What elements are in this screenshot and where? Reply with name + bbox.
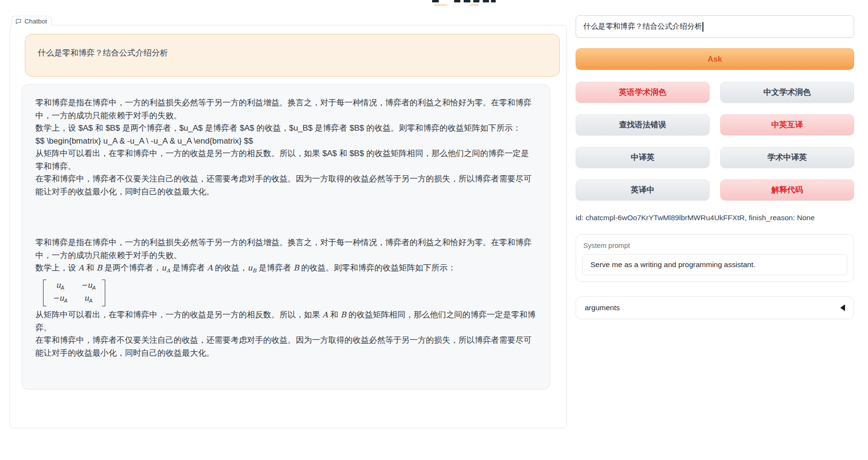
chatbot-panel-label: Chatbot [11, 16, 52, 26]
arguments-accordion-label: arguments [585, 303, 620, 312]
btn-explain-code[interactable]: 解释代码 [720, 180, 854, 201]
control-column: 什么是零和博弈？结合公式介绍分析 Ask 英语学术润色 中文学术润色 查找语法错… [576, 10, 854, 319]
bot-paragraph-raw-4: 在零和博弈中，博弈者不仅要关注自己的收益，还需要考虑对手的收益。因为一方取得的收… [35, 173, 536, 198]
matrix-left-bracket [43, 280, 46, 307]
bot-paragraph-rendered-4: 在零和博弈中，博弈者不仅要关注自己的收益，还需要考虑对手的收益。因为一方取得的收… [35, 334, 536, 359]
bot-paragraph-rendered-1: 零和博弈是指在博弈中，一方的利益损失必然等于另一方的利益增益。换言之，对于每一种… [35, 236, 536, 262]
bot-message: 零和博弈是指在博弈中，一方的利益损失必然等于另一方的利益增益。换言之，对于每一种… [22, 84, 550, 390]
bot-paragraph-rendered-2: 数学上，设 A 和 B 是两个博弈者，uA 是博弈者 A 的收益，uB 是博弈者… [35, 262, 536, 278]
matrix-cells: uA −uA −uA uA [46, 280, 102, 307]
matrix-cell: uA [56, 280, 65, 293]
response-status-line: id: chatcmpl-6wOo7KrYTwMl89lbrMWRu4UkFFX… [576, 213, 854, 222]
user-message-text: 什么是零和博弈？结合公式介绍分析 [38, 48, 168, 57]
ask-button[interactable]: Ask [576, 48, 854, 70]
chatbot-panel-label-text: Chatbot [24, 18, 47, 25]
message-gap [35, 198, 536, 236]
bot-paragraph-raw-2: 数学上，设 $A$ 和 $B$ 是两个博弈者，$u_A$ 是博弈者 $A$ 的收… [35, 122, 536, 135]
system-prompt-label: System prompt [582, 241, 847, 254]
question-input[interactable]: 什么是零和博弈？结合公式介绍分析 [576, 15, 854, 38]
btn-en-to-zh[interactable]: 英译中 [576, 180, 710, 201]
action-button-grid: 英语学术润色 中文学术润色 查找语法错误 中英互译 中译英 学术中译英 英译中 … [576, 82, 854, 201]
question-input-value: 什么是零和博弈？结合公式介绍分析 [583, 22, 702, 32]
matrix-cell: −uA [53, 293, 67, 306]
btn-zh-to-en[interactable]: 中译英 [576, 147, 710, 168]
bot-paragraph-raw-1: 零和博弈是指在博弈中，一方的利益损失必然等于另一方的利益增益。换言之，对于每一种… [35, 97, 536, 122]
text-cursor [702, 22, 703, 32]
btn-find-grammar-errors[interactable]: 查找语法错误 [576, 114, 710, 135]
chatbot-panel: Chatbot 什么是零和博弈？结合公式介绍分析 零和博弈是指在博弈中，一方的利… [10, 25, 567, 428]
main-layout: Chatbot 什么是零和博弈？结合公式介绍分析 零和博弈是指在博弈中，一方的利… [10, 10, 854, 319]
user-message: 什么是零和博弈？结合公式介绍分析 [25, 34, 560, 77]
system-prompt-input[interactable]: Serve me as a writing and programming as… [582, 254, 847, 275]
bot-paragraph-raw-latex: $$ \begin{bmatrix} u_A & -u_A \ -u_A & u… [35, 135, 536, 148]
chat-column: Chatbot 什么是零和博弈？结合公式介绍分析 零和博弈是指在博弈中，一方的利… [10, 10, 567, 319]
matrix-right-bracket [102, 280, 105, 307]
matrix-cell: uA [84, 293, 93, 306]
btn-english-academic-polish[interactable]: 英语学术润色 [576, 82, 710, 103]
arguments-accordion[interactable]: arguments [576, 296, 854, 319]
bot-paragraph-rendered-3: 从矩阵中可以看出，在零和博弈中，一方的收益是另一方的相反数。所以，如果 A 和 … [35, 309, 536, 334]
clipped-page-title [432, 0, 499, 7]
matrix-cell: −uA [81, 280, 96, 293]
system-prompt-card: System prompt Serve me as a writing and … [576, 234, 854, 282]
bot-paragraph-raw-3: 从矩阵中可以看出，在零和博弈中，一方的收益是另一方的相反数。所以，如果 $A$ … [35, 147, 536, 173]
btn-chinese-academic-polish[interactable]: 中文学术润色 [720, 82, 854, 103]
app-root: Chatbot 什么是零和博弈？结合公式介绍分析 零和博弈是指在博弈中，一方的利… [0, 0, 868, 460]
btn-zh-en-mutual-translate[interactable]: 中英互译 [720, 114, 854, 135]
payoff-matrix: uA −uA −uA uA [43, 280, 105, 307]
btn-academic-zh-to-en[interactable]: 学术中译英 [720, 147, 854, 168]
accordion-collapsed-arrow-icon [840, 304, 845, 311]
system-prompt-value: Serve me as a writing and programming as… [590, 260, 756, 269]
chat-bubble-icon [15, 18, 22, 24]
